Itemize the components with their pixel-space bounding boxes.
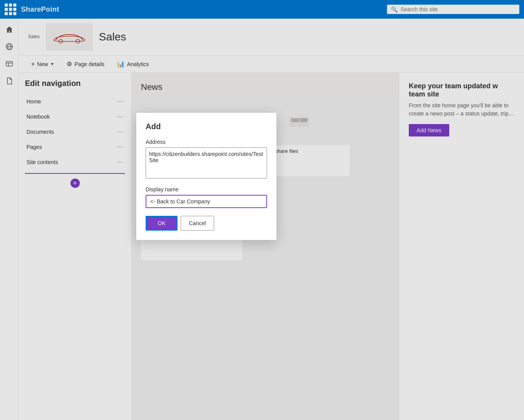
ok-button[interactable]: OK [146,216,178,231]
modal-title: Add [146,122,267,131]
add-dialog: Add Address Display name OK Cancel [136,113,276,240]
address-input[interactable] [146,147,267,178]
cancel-button[interactable]: Cancel [181,216,214,231]
display-name-input[interactable] [146,195,267,208]
address-label: Address [146,139,267,145]
display-name-label: Display name [146,186,267,192]
modal-overlay: Add Address Display name OK Cancel [0,0,524,420]
modal-buttons: OK Cancel [146,216,267,231]
